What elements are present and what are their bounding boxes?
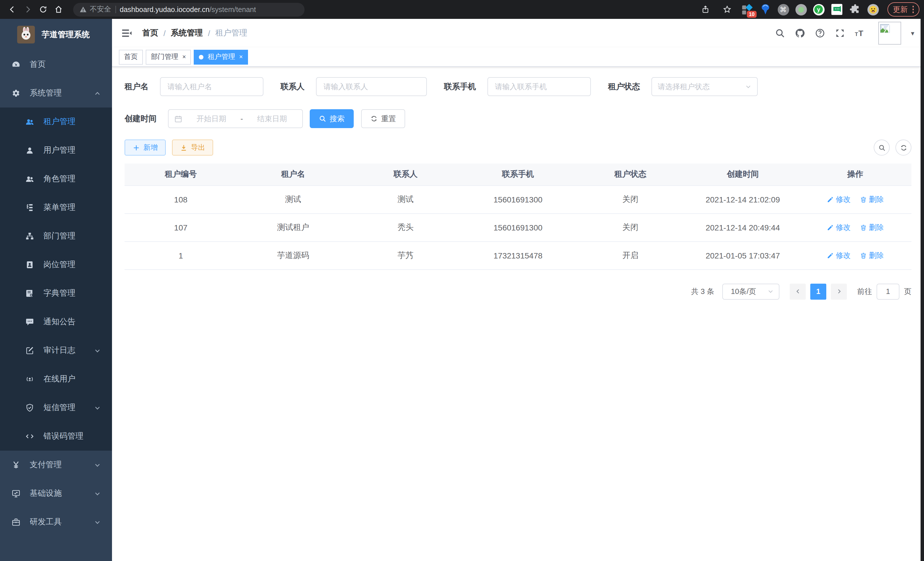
trash-icon (860, 196, 867, 203)
extensions-puzzle-icon[interactable] (849, 3, 861, 15)
sidebar-item-5[interactable]: 菜单管理 (0, 193, 112, 222)
url-text[interactable]: dashboard.yudao.iocoder.cn/system/tenant (120, 5, 256, 14)
add-button[interactable]: 新增 (124, 140, 166, 156)
github-icon[interactable] (795, 28, 805, 38)
chevron-down-icon (94, 405, 100, 411)
sidebar-item-16[interactable]: 研发工具 (0, 508, 112, 536)
table-actions-cell: 修改删除 (799, 185, 911, 213)
status-select[interactable]: 请选择租户状态 (651, 77, 758, 96)
delete-link[interactable]: 删除 (860, 250, 884, 260)
close-icon[interactable]: × (182, 54, 186, 60)
breadcrumb-item-1[interactable]: 系统管理 (171, 28, 203, 38)
breadcrumb: 首页/系统管理/租户管理 (142, 28, 248, 38)
tenant-name-input[interactable] (160, 77, 263, 96)
dict-book-icon (25, 289, 34, 298)
search-button[interactable]: 搜索 (310, 109, 354, 128)
sidebar-item-label: 在线用户 (44, 374, 75, 384)
browser-forward-button[interactable] (20, 2, 35, 17)
next-page-button[interactable] (831, 283, 847, 299)
table-column-header-1: 租户名 (237, 164, 349, 185)
browser-back-button[interactable] (4, 2, 20, 17)
sidebar-item-13[interactable]: 错误码管理 (0, 422, 112, 451)
extension-grid-icon[interactable]: 10 (741, 3, 753, 15)
sidebar-item-15[interactable]: 基础设施 (0, 479, 112, 508)
sidebar-item-4[interactable]: 角色管理 (0, 165, 112, 193)
sidebar-item-0[interactable]: 首页 (0, 50, 112, 79)
edit-link[interactable]: 修改 (826, 250, 850, 260)
avatar-dropdown-caret-icon[interactable]: ▼ (910, 30, 915, 36)
table-cell: 2021-12-14 20:49:44 (687, 213, 799, 241)
app-title: 芋道管理系统 (42, 29, 90, 40)
delete-link[interactable]: 删除 (860, 194, 884, 205)
chevron-down-icon (767, 288, 774, 295)
refresh-table-button[interactable] (896, 140, 911, 156)
table-cell: 秃头 (350, 213, 462, 241)
tab-1[interactable]: 部门管理× (146, 50, 191, 64)
breadcrumb-item-0[interactable]: 首页 (142, 28, 158, 38)
delete-link[interactable]: 删除 (860, 222, 884, 232)
extension-chat-icon[interactable] (831, 3, 843, 15)
sidebar-item-label: 用户管理 (44, 145, 75, 156)
app-logo-row[interactable]: 芋道管理系统 (0, 19, 112, 50)
contact-label: 联系人 (280, 81, 304, 92)
user-avatar[interactable] (878, 22, 901, 45)
sidebar-item-8[interactable]: 字典管理 (0, 279, 112, 308)
bookmark-star-icon[interactable] (719, 2, 735, 17)
extension-balloon-icon[interactable] (759, 3, 771, 15)
page-number-button[interactable]: 1 (810, 283, 826, 299)
create-time-range-picker[interactable]: 开始日期 - 结束日期 (168, 109, 303, 128)
profile-emoji-icon[interactable] (867, 4, 879, 15)
sidebar-item-11[interactable]: 在线用户 (0, 365, 112, 393)
address-bar[interactable]: 不安全 dashboard.yudao.iocoder.cn/system/te… (73, 3, 304, 16)
sidebar-collapse-icon[interactable] (121, 27, 133, 39)
sidebar-item-1[interactable]: 系统管理 (0, 79, 112, 108)
app-logo-rabbit-icon (17, 26, 35, 44)
sidebar-item-label: 支付管理 (30, 460, 62, 470)
table-row-2: 1芋道源码芋艿17321315478开启2021-01-05 17:03:47修… (124, 241, 911, 269)
goto-page-input[interactable] (877, 283, 899, 299)
gear-icon (11, 89, 21, 98)
table-cell: 1 (124, 241, 237, 269)
sidebar-item-12[interactable]: 短信管理 (0, 393, 112, 422)
extension-command-icon[interactable]: ⌘ (777, 4, 789, 15)
tab-2[interactable]: 租户管理× (194, 50, 248, 64)
security-warning[interactable]: 不安全 (80, 5, 111, 14)
table-actions-cell: 修改删除 (799, 241, 911, 269)
extension-record-icon[interactable] (795, 4, 807, 15)
sidebar-item-14[interactable]: 支付管理 (0, 451, 112, 479)
edit-link[interactable]: 修改 (826, 222, 850, 232)
export-button-label: 导出 (191, 143, 205, 152)
mobile-input[interactable] (488, 77, 591, 96)
sidebar-item-9[interactable]: 通知公告 (0, 308, 112, 336)
prev-page-button[interactable] (790, 283, 806, 299)
browser-update-button[interactable]: 更新 (887, 2, 920, 17)
export-button[interactable]: 导出 (172, 140, 213, 156)
post-badge-icon (25, 260, 34, 269)
contact-input[interactable] (316, 77, 427, 96)
sidebar-item-6[interactable]: 部门管理 (0, 222, 112, 250)
browser-home-button[interactable] (51, 2, 66, 17)
font-size-icon[interactable]: TT (855, 28, 868, 38)
reset-button[interactable]: 重置 (361, 109, 405, 128)
sidebar-item-2[interactable]: 租户管理 (0, 108, 112, 136)
browser-menu-icon[interactable] (912, 6, 914, 13)
tab-0[interactable]: 首页 (119, 50, 143, 64)
header-search-icon[interactable] (775, 28, 785, 38)
extension-y-icon[interactable]: y (813, 4, 824, 15)
edit-link[interactable]: 修改 (826, 194, 850, 205)
url-divider (115, 6, 116, 13)
close-icon[interactable]: × (239, 54, 243, 60)
sidebar-item-10[interactable]: 审计日志 (0, 336, 112, 365)
show-search-toggle-button[interactable] (874, 140, 890, 156)
page-size-select[interactable]: 10条/页 (722, 283, 779, 299)
sidebar-item-3[interactable]: 用户管理 (0, 136, 112, 165)
help-icon[interactable] (815, 28, 825, 38)
table-cell: 测试租户 (237, 213, 349, 241)
browser-reload-button[interactable] (35, 2, 51, 17)
fullscreen-icon[interactable] (835, 28, 845, 38)
sidebar-item-7[interactable]: 岗位管理 (0, 250, 112, 279)
top-navbar: 首页/系统管理/租户管理 TT (112, 19, 924, 47)
share-icon[interactable] (698, 2, 713, 17)
breadcrumb-separator: / (164, 29, 166, 38)
breadcrumb-item-2[interactable]: 租户管理 (215, 28, 248, 38)
